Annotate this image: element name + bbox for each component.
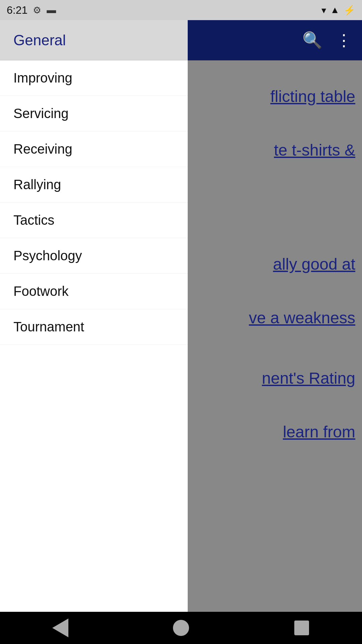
- bg-link-2[interactable]: te t-shirts &: [274, 141, 355, 159]
- battery-icon: ⚡: [344, 5, 355, 16]
- wifi-icon: ▾: [321, 5, 326, 16]
- sidebar-item-improving[interactable]: Improving: [0, 60, 188, 96]
- sidebar-item-tournament[interactable]: Tournament: [0, 309, 188, 345]
- sidebar-item-footwork-label: Footwork: [13, 284, 69, 299]
- bg-link-4[interactable]: ve a weakness: [249, 309, 355, 327]
- bg-link-6[interactable]: learn from: [283, 423, 355, 441]
- drawer-header: General: [0, 20, 188, 60]
- drawer-menu: Improving Servicing Receiving Rallying T…: [0, 60, 188, 612]
- sidebar-item-improving-label: Improving: [13, 70, 72, 86]
- back-button[interactable]: [47, 614, 74, 641]
- sidebar-item-psychology-label: Psychology: [13, 248, 82, 263]
- bg-link-3[interactable]: ally good at: [273, 255, 355, 273]
- drawer-title: General: [13, 32, 66, 49]
- sidebar-item-servicing[interactable]: Servicing: [0, 96, 188, 131]
- status-bar: 6:21 ⚙ ▬ ▾ ▲ ⚡: [0, 0, 362, 20]
- sidebar-item-tactics-label: Tactics: [13, 213, 54, 228]
- home-button[interactable]: [168, 614, 194, 641]
- status-left: 6:21 ⚙ ▬: [7, 4, 56, 16]
- sidebar-item-footwork[interactable]: Footwork: [0, 274, 188, 309]
- sidebar-item-psychology[interactable]: Psychology: [0, 238, 188, 274]
- sidebar-item-tactics[interactable]: Tactics: [0, 203, 188, 238]
- nav-bar: [0, 612, 362, 644]
- bg-link-5[interactable]: nent's Rating: [262, 369, 355, 387]
- sidebar-item-rallying-label: Rallying: [13, 177, 61, 192]
- signal-icon: ▲: [330, 5, 340, 15]
- status-right: ▾ ▲ ⚡: [321, 5, 355, 16]
- sidebar-item-receiving-label: Receiving: [13, 142, 72, 157]
- navigation-drawer: General Improving Servicing Receiving Ra…: [0, 20, 188, 612]
- settings-icon: ⚙: [33, 5, 41, 16]
- sidebar-item-servicing-label: Servicing: [13, 106, 69, 121]
- recents-icon: [294, 621, 309, 635]
- sidebar-item-tournament-label: Tournament: [13, 319, 84, 334]
- bg-link-1[interactable]: flicting table: [270, 87, 355, 106]
- status-time: 6:21: [7, 4, 27, 16]
- sim-card-icon: ▬: [47, 5, 56, 15]
- sidebar-item-receiving[interactable]: Receiving: [0, 131, 188, 167]
- main-container: 🔍 ⋮ flicting table te t-shirts & ally go…: [0, 20, 362, 612]
- recents-button[interactable]: [288, 614, 315, 641]
- home-icon: [173, 620, 189, 636]
- back-icon: [52, 619, 68, 637]
- sidebar-item-rallying[interactable]: Rallying: [0, 167, 188, 203]
